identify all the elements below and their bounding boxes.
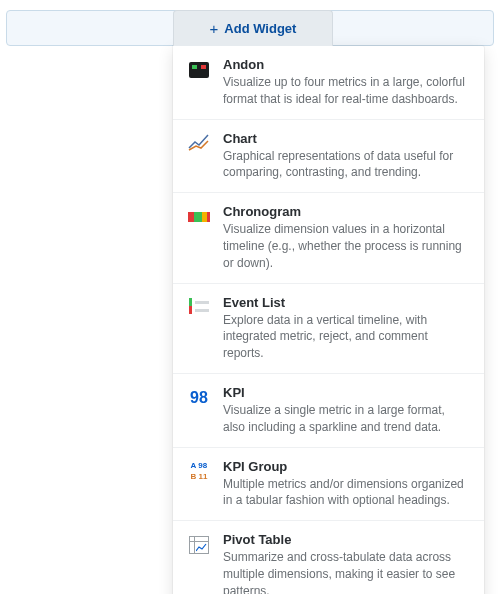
widget-desc: Graphical representations of data useful… <box>223 148 470 182</box>
add-widget-label: Add Widget <box>224 21 296 36</box>
widget-option-chronogram[interactable]: Chronogram Visualize dimension values in… <box>173 193 484 283</box>
event-list-icon <box>187 296 211 320</box>
widget-option-pivot-table[interactable]: Pivot Table Summarize and cross-tabulate… <box>173 521 484 594</box>
andon-icon <box>187 58 211 82</box>
widget-desc: Explore data in a vertical timeline, wit… <box>223 312 470 362</box>
widget-desc: Summarize and cross-tabulate data across… <box>223 549 470 594</box>
widget-title: KPI <box>223 385 470 400</box>
widget-title: Chart <box>223 131 470 146</box>
kpi-icon: 98 <box>187 386 211 410</box>
widget-title: Event List <box>223 295 470 310</box>
widget-title: Andon <box>223 57 470 72</box>
widget-option-kpi-group[interactable]: A 98 B 11 KPI Group Multiple metrics and… <box>173 448 484 522</box>
widget-desc: Multiple metrics and/or dimensions organ… <box>223 476 470 510</box>
widget-option-chart[interactable]: Chart Graphical representations of data … <box>173 120 484 194</box>
add-widget-button[interactable]: + Add Widget <box>173 10 333 46</box>
plus-icon: + <box>210 21 219 36</box>
widget-title: Chronogram <box>223 204 470 219</box>
chronogram-icon <box>187 205 211 229</box>
widget-title: Pivot Table <box>223 532 470 547</box>
widget-desc: Visualize dimension values in a horizont… <box>223 221 470 271</box>
widget-desc: Visualize a single metric in a large for… <box>223 402 470 436</box>
widget-title: KPI Group <box>223 459 470 474</box>
chart-icon <box>187 132 211 156</box>
pivot-table-icon <box>187 533 211 557</box>
widget-dropdown: Andon Visualize up to four metrics in a … <box>173 46 484 594</box>
widget-option-kpi[interactable]: 98 KPI Visualize a single metric in a la… <box>173 374 484 448</box>
kpi-group-icon: A 98 B 11 <box>187 460 211 484</box>
widget-desc: Visualize up to four metrics in a large,… <box>223 74 470 108</box>
widget-option-andon[interactable]: Andon Visualize up to four metrics in a … <box>173 46 484 120</box>
widget-option-event-list[interactable]: Event List Explore data in a vertical ti… <box>173 284 484 374</box>
